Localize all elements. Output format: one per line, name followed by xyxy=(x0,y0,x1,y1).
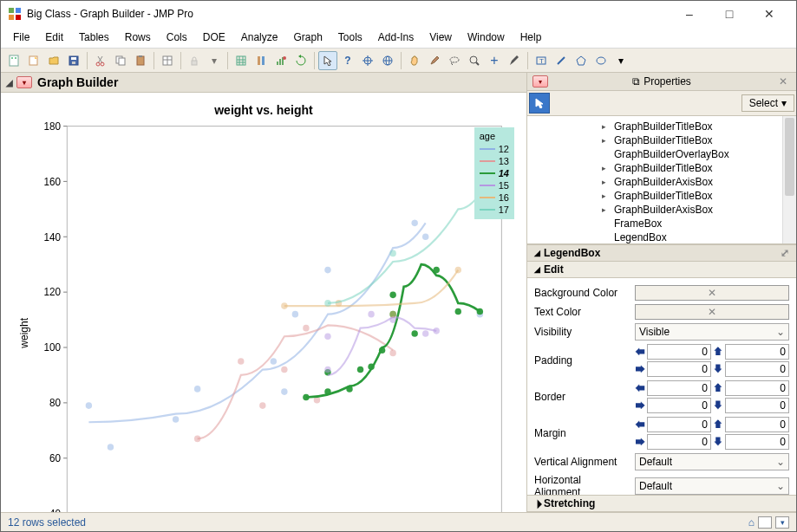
menu-analyze[interactable]: Analyze xyxy=(234,29,285,46)
legend-item[interactable]: 16 xyxy=(480,191,509,204)
toolbar-help-icon[interactable]: ? xyxy=(338,51,357,70)
menu-window[interactable]: Window xyxy=(461,29,512,46)
toolbar-lock-icon[interactable] xyxy=(185,51,204,70)
status-box2[interactable]: ▾ xyxy=(775,516,789,529)
toolbar-chart-icon[interactable] xyxy=(271,51,291,70)
legend-item[interactable]: 17 xyxy=(480,204,509,216)
tree-item[interactable]: GraphBuilderOverlayBox xyxy=(529,147,794,161)
close-button[interactable]: ✕ xyxy=(749,1,789,27)
disclosure-icon[interactable]: ◢ xyxy=(6,78,13,88)
toolbar-table-icon[interactable] xyxy=(158,51,177,70)
tree-item[interactable]: FrameBox xyxy=(529,217,794,230)
status-home-icon[interactable]: ⌂ xyxy=(748,516,755,529)
toolbar-copy-icon[interactable] xyxy=(111,51,130,70)
spin-arrow[interactable]: 🡄 xyxy=(635,417,645,432)
props-menu-button[interactable]: ▾ xyxy=(532,75,548,88)
spin-arrow[interactable]: 🡇 xyxy=(713,434,723,450)
spin-input[interactable] xyxy=(647,417,711,432)
toolbar-refresh-icon[interactable] xyxy=(291,51,310,70)
menu-tables[interactable]: Tables xyxy=(72,29,116,46)
spin-input[interactable] xyxy=(647,434,711,450)
spin-input[interactable] xyxy=(647,398,711,413)
spin-arrow[interactable]: 🡆 xyxy=(635,434,645,450)
menu-tools[interactable]: Tools xyxy=(331,29,369,46)
toolbar-brush-icon[interactable] xyxy=(425,51,444,70)
spin-input[interactable] xyxy=(725,380,789,396)
properties-close-button[interactable]: ✕ xyxy=(775,75,791,88)
chart-canvas[interactable]: 5055606570406080100120140160180 xyxy=(32,120,511,512)
spin-input[interactable] xyxy=(725,434,789,450)
toolbar-oval-icon[interactable] xyxy=(591,51,611,70)
toolbar-columns-icon[interactable] xyxy=(252,51,271,70)
legend-item[interactable]: 13 xyxy=(480,155,509,167)
menu-rows[interactable]: Rows xyxy=(118,29,158,46)
menu-edit[interactable]: Edit xyxy=(38,29,70,46)
menu-cols[interactable]: Cols xyxy=(160,29,194,46)
menu-file[interactable]: File xyxy=(6,29,36,46)
menu-add-ins[interactable]: Add-Ins xyxy=(371,29,421,46)
spin-arrow[interactable]: 🡇 xyxy=(713,398,723,413)
tree-item[interactable]: LegendBox xyxy=(529,230,794,244)
toolbar-zoom-icon[interactable] xyxy=(465,51,484,70)
spin-input[interactable] xyxy=(725,361,789,377)
menu-doe[interactable]: DOE xyxy=(196,29,232,46)
maximize-button[interactable]: □ xyxy=(709,1,749,27)
toolbar-pointer-icon[interactable] xyxy=(318,51,337,70)
toolbar-text-icon[interactable]: T xyxy=(532,51,551,70)
legend-item[interactable]: 14 xyxy=(480,167,509,179)
toolbar-plus-icon[interactable]: + xyxy=(485,51,504,70)
select-dropdown[interactable]: Select▾ xyxy=(741,94,794,112)
menu-graph[interactable]: Graph xyxy=(286,29,329,46)
menu-view[interactable]: View xyxy=(422,29,459,46)
tree-item[interactable]: ▸GraphBuilderTitleBox xyxy=(529,120,794,133)
legendbox-header[interactable]: ◢LegendBox ⤢ xyxy=(527,244,796,262)
spin-input[interactable] xyxy=(725,417,789,432)
tree-item[interactable]: ▸GraphBuilderAxisBox xyxy=(529,203,794,217)
toolbar-grid-icon[interactable] xyxy=(232,51,251,70)
toolbar-globe-icon[interactable] xyxy=(378,51,397,70)
edit-header[interactable]: ◢Edit xyxy=(527,262,796,278)
visibility-select[interactable]: Visible⌄ xyxy=(635,323,789,341)
tree-item[interactable]: ▸GraphBuilderTitleBox xyxy=(529,161,794,175)
spin-arrow[interactable]: 🡆 xyxy=(635,361,645,377)
toolbar-polygon-icon[interactable] xyxy=(572,51,591,70)
toolbar-cut-icon[interactable] xyxy=(91,51,110,70)
spin-arrow[interactable]: 🡇 xyxy=(713,361,723,377)
element-tree[interactable]: ▸GraphBuilderTitleBox▸GraphBuilderTitleB… xyxy=(527,116,796,244)
spin-arrow[interactable]: 🡅 xyxy=(713,417,723,432)
bg-color-swatch[interactable]: ✕ xyxy=(635,285,789,301)
toolbar-drop-icon[interactable]: ▾ xyxy=(205,51,224,70)
spin-input[interactable] xyxy=(725,344,789,360)
toolbar-new2-icon[interactable] xyxy=(24,51,43,70)
toolbar-lasso-icon[interactable] xyxy=(445,51,464,70)
spin-input[interactable] xyxy=(725,398,789,413)
tree-scrollbar[interactable] xyxy=(782,116,796,243)
stretching-header[interactable]: ◢Stretching xyxy=(527,495,796,512)
toolbar-pen-icon[interactable] xyxy=(505,51,524,70)
spin-input[interactable] xyxy=(647,344,711,360)
valign-select[interactable]: Default⌄ xyxy=(635,453,789,470)
spin-arrow[interactable]: 🡄 xyxy=(635,380,645,396)
toolbar-crosshair-icon[interactable] xyxy=(358,51,377,70)
spin-input[interactable] xyxy=(647,361,711,377)
toolbar-save-icon[interactable] xyxy=(64,51,83,70)
toolbar-new-icon[interactable] xyxy=(4,51,23,70)
spin-arrow[interactable]: 🡅 xyxy=(713,380,723,396)
tree-item[interactable]: ▸GraphBuilderTitleBox xyxy=(529,189,794,203)
minimize-button[interactable]: – xyxy=(670,1,709,27)
toolbar-line-icon[interactable] xyxy=(552,51,571,70)
section-menu-button[interactable]: ▾ xyxy=(16,76,32,88)
tree-item[interactable]: ▸GraphBuilderTitleBox xyxy=(529,133,794,147)
spin-arrow[interactable]: 🡆 xyxy=(635,398,645,413)
toolbar-drop2-icon[interactable]: ▾ xyxy=(611,51,630,70)
toolbar-paste-icon[interactable] xyxy=(131,51,150,70)
pointer-tool-button[interactable] xyxy=(529,93,550,114)
halign-select[interactable]: Default⌄ xyxy=(635,477,789,495)
spin-arrow[interactable]: 🡅 xyxy=(713,344,723,360)
menu-help[interactable]: Help xyxy=(513,29,549,46)
status-box1[interactable] xyxy=(758,516,772,529)
legend[interactable]: age 121314151617 xyxy=(474,127,514,219)
legend-item[interactable]: 12 xyxy=(480,143,509,155)
text-color-swatch[interactable]: ✕ xyxy=(635,304,789,320)
toolbar-open-icon[interactable] xyxy=(44,51,63,70)
